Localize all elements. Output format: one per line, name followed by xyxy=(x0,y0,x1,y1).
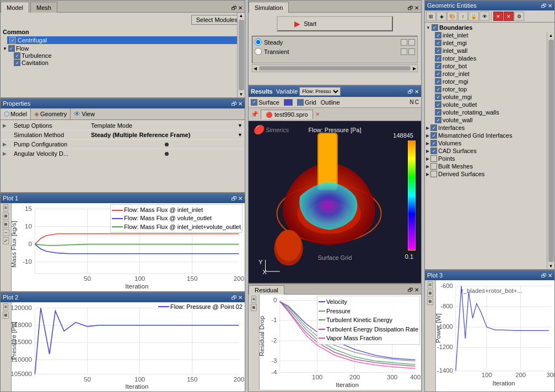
simerics-logo-text: Simerics xyxy=(266,127,289,133)
centrifugal-label: Centrifugal xyxy=(18,37,47,43)
built-meshes-row[interactable]: ▶ Built Meshes xyxy=(426,162,553,170)
close-icon-p3[interactable]: ✕ xyxy=(548,273,552,279)
points-row[interactable]: ▶ Points xyxy=(426,155,553,162)
geo-tool-btn-2[interactable]: 🎨 xyxy=(447,12,457,21)
transient-radio[interactable] xyxy=(255,48,262,55)
geo-tool-btn-3[interactable]: ↑ xyxy=(458,12,468,21)
restore-icon-props[interactable]: 🗗 xyxy=(231,101,237,107)
close-icon-results[interactable]: ✕ xyxy=(414,89,419,95)
plot1-tool4[interactable]: ↔ xyxy=(3,229,9,236)
geo-tool-btn-7[interactable]: ✕ xyxy=(504,12,514,21)
tab-model[interactable]: Model xyxy=(1,2,29,13)
plot2-tool1[interactable]: ≡ xyxy=(3,303,8,311)
tab-model-props[interactable]: ⬡ Model xyxy=(1,108,31,119)
plot1-tool5[interactable]: ⤢ xyxy=(3,237,9,244)
svg-text:200: 200 xyxy=(234,376,244,383)
close-icon-sim[interactable]: ✕ xyxy=(414,5,419,11)
close-tab-icon[interactable]: ✕ xyxy=(315,111,320,117)
plot2-tool2[interactable]: ⊕ xyxy=(3,312,9,319)
restore-icon[interactable]: 🗗 xyxy=(231,5,237,11)
tab-view-props[interactable]: 👁 View xyxy=(71,108,98,119)
volumes-row[interactable]: ▶ ✓ Volumes xyxy=(426,139,553,147)
close-icon-p1[interactable]: ✕ xyxy=(238,195,243,202)
residual-tool1[interactable]: ≡ xyxy=(251,296,256,303)
sim-method-dropdown[interactable]: ▼ xyxy=(238,132,243,138)
geo-scroll-down[interactable]: ▼ xyxy=(548,263,554,269)
plot3-tool3[interactable]: ⊗ xyxy=(427,298,433,305)
svg-text:50: 50 xyxy=(84,376,91,383)
interfaces-row[interactable]: ▶ ✓ Interfaces xyxy=(426,124,553,132)
residual-title: Residual xyxy=(255,287,278,293)
cad-surfaces-row[interactable]: ▶ ✓ CAD Surfaces xyxy=(426,147,553,155)
geo-tool-btn-4[interactable]: 🔒 xyxy=(468,12,479,21)
grid-checkbox[interactable] xyxy=(297,99,304,106)
simulation-method-label: Simulation Method xyxy=(14,132,91,138)
turbulence-label: Turbulence xyxy=(21,52,52,59)
restore-icon-sim[interactable]: 🗗 xyxy=(408,5,413,11)
restore-icon-results[interactable]: 🗗 xyxy=(408,89,413,95)
surface-checkbox[interactable]: ✓ xyxy=(251,99,257,106)
restore-icon-p3[interactable]: 🗗 xyxy=(541,273,547,279)
properties-panel: Properties 🗗 ✕ ⬡ Model ◈ Geometry 👁 View… xyxy=(0,98,245,193)
select-modules-button[interactable]: Select Modules xyxy=(191,15,243,25)
svg-point-46 xyxy=(276,230,301,261)
angular-velocity-label: Angular Velocity D... xyxy=(14,150,91,157)
close-icon-res[interactable]: ✕ xyxy=(414,287,419,293)
svg-text:50: 50 xyxy=(84,275,91,282)
start-button[interactable]: ▶ Start xyxy=(277,16,393,31)
close-icon-p2[interactable]: ✕ xyxy=(238,295,243,301)
plot3-tool2[interactable]: ⊕ xyxy=(427,290,433,297)
geo-tool-btn-5[interactable]: 👁 xyxy=(479,12,489,21)
svg-text:Iteration: Iteration xyxy=(493,380,515,386)
tab-mesh[interactable]: Mesh xyxy=(30,2,57,13)
filename-label: test990.spro xyxy=(274,111,308,118)
built-meshes-label: Built Meshes xyxy=(438,163,473,170)
geo-tool-btn-6[interactable]: ✕ xyxy=(493,12,503,21)
restore-icon-geo[interactable]: 🗗 xyxy=(541,3,547,9)
restore-icon-res[interactable]: 🗗 xyxy=(408,287,413,293)
close-icon[interactable]: ✕ xyxy=(238,5,243,11)
residual-legend1: Pressure xyxy=(326,307,351,316)
hscroll-left[interactable]: ◀ xyxy=(254,66,257,71)
svg-text:200: 200 xyxy=(515,372,526,378)
geo-tool-btn-0[interactable]: ⊞ xyxy=(426,12,436,21)
geo-tool-btn-8[interactable]: ⚙ xyxy=(514,12,524,21)
geo-tool-btn-1[interactable]: ◈ xyxy=(437,12,446,21)
svg-text:Residual Drop: Residual Drop xyxy=(260,316,265,356)
geo-scroll-up[interactable]: ▲ xyxy=(548,32,554,39)
mismatched-row[interactable]: ▶ ✓ Mismatched Grid Interfaces xyxy=(426,132,553,139)
plot1-tool1[interactable]: ≡ xyxy=(3,204,8,211)
boundaries-row[interactable]: ▼ ✓ Boundaries xyxy=(426,24,553,31)
svg-text:-1400: -1400 xyxy=(437,367,453,374)
plot1-tool3[interactable]: ⊗ xyxy=(3,221,9,228)
steady-radio[interactable] xyxy=(255,39,262,46)
svg-text:-1200: -1200 xyxy=(437,344,453,350)
scroll-down[interactable]: ▼ xyxy=(239,91,244,97)
pin-icon: 📌 xyxy=(251,111,258,118)
derived-surfaces-row[interactable]: ▶ Derived Surfaces xyxy=(426,170,553,178)
tab-geometry-props[interactable]: ◈ Geometry xyxy=(31,108,71,119)
3d-viewport[interactable]: 🔴 Simerics Flow: Pressure [Pa] 148845 0.… xyxy=(249,121,421,283)
flow-variable-select[interactable]: Flow: Pressu xyxy=(299,87,341,96)
residual-tool2[interactable]: ⊕ xyxy=(251,304,257,311)
restore-icon-p1[interactable]: 🗗 xyxy=(231,195,237,202)
plot3-tool1[interactable]: ≡ xyxy=(428,281,433,288)
tab-simulation[interactable]: Simulation xyxy=(249,2,289,13)
plot1-tool2[interactable]: ⊕ xyxy=(3,213,9,220)
close-icon-geo[interactable]: ✕ xyxy=(548,3,552,9)
grid-label: Grid xyxy=(305,99,316,106)
close-icon-props[interactable]: ✕ xyxy=(238,101,243,107)
cavitation-checkbox[interactable]: ✓ xyxy=(14,59,20,66)
turbulence-checkbox[interactable]: ✓ xyxy=(14,52,20,59)
scroll-up[interactable]: ▲ xyxy=(239,13,244,19)
svg-text:-800: -800 xyxy=(440,303,453,309)
model-panel: Model Mesh 🗗 ✕ Select Modules Common ✓ C… xyxy=(0,0,245,98)
flow-checkbox[interactable]: ✓ xyxy=(8,45,15,52)
template-dropdown[interactable]: ▼ xyxy=(238,123,243,128)
cavitation-label: Cavitation xyxy=(21,59,49,66)
hscroll-right[interactable]: ▶ xyxy=(413,66,416,71)
rotor-mgi-row: ✓ rotor_mgi xyxy=(435,78,553,85)
restore-icon-p2[interactable]: 🗗 xyxy=(231,295,237,301)
centrifugal-checkbox[interactable]: ✓ xyxy=(9,37,16,43)
start-icon: ▶ xyxy=(294,19,300,28)
